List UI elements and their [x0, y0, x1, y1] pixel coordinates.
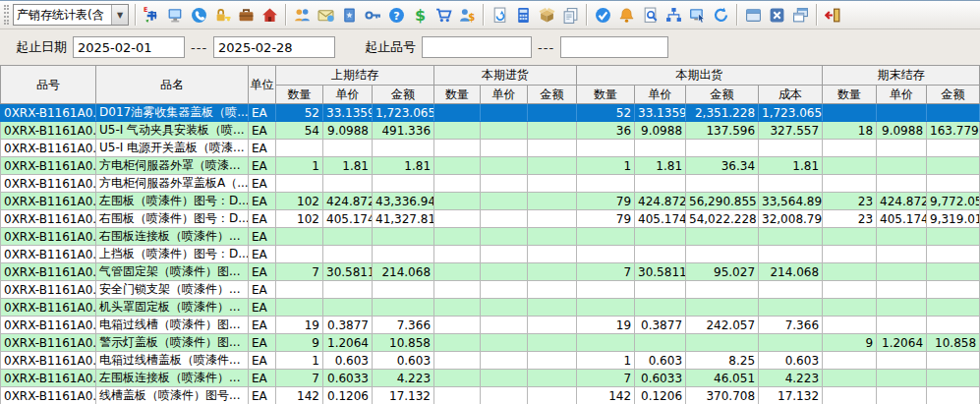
out-amount-cell: 2,351.228 — [686, 104, 759, 122]
sub-header-3-单价[interactable]: 单价 — [877, 86, 927, 104]
users-icon[interactable] — [290, 3, 314, 27]
col-header-item-no[interactable]: 品号 — [1, 66, 96, 104]
prev-price-cell: 33.1359 — [323, 104, 373, 122]
box-icon[interactable] — [535, 3, 558, 27]
out-cost-cell — [759, 140, 823, 157]
briefcase-icon[interactable] — [234, 3, 258, 27]
bell-icon[interactable] — [614, 3, 638, 27]
table-row[interactable]: 0XRX-B1161A0...线槽盖板（喷漆件）图号...EA1420.1206… — [1, 387, 980, 404]
cart-icon[interactable] — [432, 3, 455, 27]
window-icon[interactable] — [741, 3, 765, 27]
out-amount-cell: 46.051 — [686, 370, 759, 387]
sub-header-2-单价[interactable]: 单价 — [635, 86, 686, 104]
in-price-cell — [481, 281, 528, 299]
check-icon[interactable] — [591, 3, 614, 27]
exit-icon[interactable] — [821, 3, 844, 27]
col-header-unit[interactable]: 单位 — [249, 66, 276, 104]
table-row[interactable]: 0XRX-B1161A0...D017油雾收集器盖板（喷...EA5233.13… — [1, 104, 980, 122]
sub-header-1-单价[interactable]: 单价 — [481, 86, 528, 104]
item-to-input[interactable] — [560, 36, 668, 58]
sub-header-1-数量[interactable]: 数量 — [434, 86, 481, 104]
sub-header-1-金额[interactable]: 金额 — [528, 86, 577, 104]
end-price-cell — [877, 104, 927, 122]
lock-icon[interactable] — [210, 3, 234, 27]
out-qty-cell — [577, 175, 635, 193]
unit-cell: EA — [249, 263, 276, 281]
sub-header-2-金额[interactable]: 金额 — [686, 86, 759, 104]
phone-icon[interactable] — [187, 3, 210, 27]
prev-amount-cell — [373, 175, 434, 193]
table-row[interactable]: 0XRX-B1161A0...U5-I 电源开关盖板（喷漆...EA — [1, 140, 980, 157]
sub-header-0-数量[interactable]: 数量 — [276, 86, 323, 104]
toolbar-separator — [736, 4, 737, 26]
table-row[interactable]: 0XRX-B1161A0...机头罩固定板（喷漆件）...EA — [1, 299, 980, 317]
out-cost-cell — [759, 334, 823, 352]
unit-cell: EA — [249, 317, 276, 334]
out-price-cell: 405.1746 — [635, 210, 686, 228]
table-row[interactable]: 0XRX-B1161A0...方电柜伺服器外罩（喷漆...EA11.811.81… — [1, 157, 980, 175]
table-row[interactable]: 0XRX-B1161A0...方电柜伺服器外罩盖板A（...EA — [1, 175, 980, 193]
sub-header-3-数量[interactable]: 数量 — [823, 86, 877, 104]
date-to-input[interactable] — [213, 36, 335, 58]
in-amount-cell — [528, 352, 577, 370]
search-document-icon[interactable] — [638, 3, 662, 27]
sub-header-2-成本[interactable]: 成本 — [759, 86, 823, 104]
report-type-dropdown[interactable]: 产销存统计表(含 ▼ — [13, 4, 129, 26]
end-price-cell: 405.1747 — [877, 210, 927, 228]
table-row[interactable]: 0XRX-B1161A0...安全门锁支架（喷漆件）...EA — [1, 281, 980, 299]
table-row[interactable]: 0XRX-B1161A0...电箱过线槽（喷漆件）图...EA190.38777… — [1, 317, 980, 334]
cascade-windows-icon[interactable] — [788, 3, 812, 27]
monitor-icon[interactable] — [163, 3, 187, 27]
toolbar-separator — [816, 4, 817, 26]
out-price-cell — [635, 246, 686, 263]
input-language-icon[interactable]: E — [140, 3, 163, 27]
in-amount-cell — [528, 193, 577, 210]
date-range-label: 起止日期 — [16, 38, 67, 56]
out-qty-cell — [577, 334, 635, 352]
chevron-down-icon[interactable]: ▼ — [111, 5, 128, 25]
sub-header-0-金额[interactable]: 金额 — [373, 86, 434, 104]
item-no-cell: 0XRX-B1161A0... — [1, 317, 96, 334]
remote-desktop-icon[interactable] — [685, 3, 709, 27]
table-row[interactable]: 0XRX-B1161A0...气管固定架（喷漆件）图...EA730.58112… — [1, 263, 980, 281]
in-price-cell — [481, 246, 528, 263]
date-from-input[interactable] — [73, 36, 185, 58]
table-row[interactable]: 0XRX-B1161A0...左围板（喷漆件）图号：D...EA102424.8… — [1, 193, 980, 210]
table-row[interactable]: 0XRX-B1161A0...左围板连接板（喷漆件）...EA70.60334.… — [1, 370, 980, 387]
sub-header-3-金额[interactable]: 金额 — [927, 86, 980, 104]
prev-amount-cell — [373, 246, 434, 263]
dollar-icon[interactable]: $ — [408, 3, 432, 27]
table-row[interactable]: 0XRX-B1161A0...警示灯盖板（喷漆件）图...EA91.206410… — [1, 334, 980, 352]
out-amount-cell — [686, 281, 759, 299]
table-row[interactable]: 0XRX-B1161A0...右围板连接板（喷漆件）...EA — [1, 228, 980, 246]
user-dollar-icon[interactable]: $ — [455, 3, 479, 27]
end-amount-cell — [927, 175, 980, 193]
home-icon[interactable] — [258, 3, 281, 27]
out-cost-cell: 17.132 — [759, 387, 823, 404]
toolbar-grip[interactable] — [4, 5, 9, 25]
table-row[interactable]: 0XRX-B1161A0...U5-I 气动夹具安装板（喷...EA549.09… — [1, 122, 980, 140]
copy-icon[interactable] — [558, 3, 582, 27]
in-amount-cell — [528, 317, 577, 334]
out-cost-cell: 1,723.065 — [759, 104, 823, 122]
table-row[interactable]: 0XRX-B1161A0...上挡板（喷漆件）图号：D...EA — [1, 246, 980, 263]
calculator-icon[interactable] — [511, 3, 535, 27]
help-icon[interactable]: ? — [384, 3, 408, 27]
in-amount-cell — [528, 281, 577, 299]
item-from-input[interactable] — [422, 36, 532, 58]
close-icon[interactable] — [765, 3, 788, 27]
table-row[interactable]: 0XRX-B1161A0...电箱过线槽盖板（喷漆件...EA10.6030.6… — [1, 352, 980, 370]
mail-icon[interactable] — [314, 3, 337, 27]
document-refresh-icon[interactable] — [488, 3, 511, 27]
refresh-icon[interactable] — [709, 3, 732, 27]
sub-header-2-数量[interactable]: 数量 — [577, 86, 635, 104]
prev-qty-cell: 54 — [276, 122, 323, 140]
contact-card-icon[interactable] — [337, 3, 361, 27]
org-chart-icon[interactable] — [662, 3, 685, 27]
out-cost-cell — [759, 228, 823, 246]
table-row[interactable]: 0XRX-B1161A0...右围板（喷漆件）图号：D...EA102405.1… — [1, 210, 980, 228]
out-price-cell: 0.3877 — [635, 317, 686, 334]
key-icon[interactable] — [361, 3, 384, 27]
sub-header-0-单价[interactable]: 单价 — [323, 86, 373, 104]
col-header-item-name[interactable]: 品名 — [96, 66, 249, 104]
